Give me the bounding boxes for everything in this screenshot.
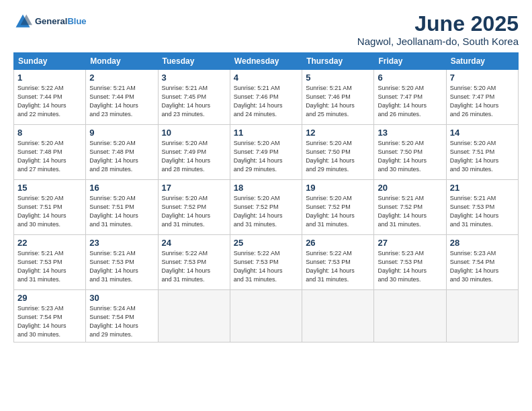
day-14: 14Sunrise: 5:20 AM Sunset: 7:51 PM Dayli…	[446, 125, 518, 180]
day-16: 16Sunrise: 5:20 AM Sunset: 7:51 PM Dayli…	[86, 180, 158, 235]
location-title: Nagwol, Jeollanam-do, South Korea	[357, 36, 519, 47]
day-2: 2Sunrise: 5:21 AM Sunset: 7:44 PM Daylig…	[86, 70, 158, 125]
day-20: 20Sunrise: 5:21 AM Sunset: 7:52 PM Dayli…	[374, 180, 446, 235]
day-8: 8Sunrise: 5:20 AM Sunset: 7:48 PM Daylig…	[14, 125, 86, 180]
calendar-week-4: 22Sunrise: 5:21 AM Sunset: 7:53 PM Dayli…	[14, 235, 519, 290]
calendar-page: GeneralBlue June 2025 Nagwol, Jeollanam-…	[0, 0, 532, 411]
day-3: 3Sunrise: 5:21 AM Sunset: 7:45 PM Daylig…	[158, 70, 230, 125]
logo: GeneralBlue	[13, 12, 87, 31]
empty-cell	[446, 290, 518, 342]
calendar-week-3: 15Sunrise: 5:20 AM Sunset: 7:51 PM Dayli…	[14, 180, 519, 235]
col-monday: Monday	[86, 53, 158, 70]
day-19: 19Sunrise: 5:20 AM Sunset: 7:52 PM Dayli…	[302, 180, 374, 235]
day-30: 30Sunrise: 5:24 AM Sunset: 7:54 PM Dayli…	[86, 290, 158, 342]
col-thursday: Thursday	[302, 53, 374, 70]
day-27: 27Sunrise: 5:23 AM Sunset: 7:53 PM Dayli…	[374, 235, 446, 290]
empty-cell	[302, 290, 374, 342]
day-11: 11Sunrise: 5:20 AM Sunset: 7:49 PM Dayli…	[230, 125, 302, 180]
day-10: 10Sunrise: 5:20 AM Sunset: 7:49 PM Dayli…	[158, 125, 230, 180]
day-15: 15Sunrise: 5:20 AM Sunset: 7:51 PM Dayli…	[14, 180, 86, 235]
day-28: 28Sunrise: 5:23 AM Sunset: 7:54 PM Dayli…	[446, 235, 518, 290]
col-tuesday: Tuesday	[158, 53, 230, 70]
day-5: 5Sunrise: 5:21 AM Sunset: 7:46 PM Daylig…	[302, 70, 374, 125]
empty-cell	[158, 290, 230, 342]
header: GeneralBlue June 2025 Nagwol, Jeollanam-…	[13, 12, 519, 47]
title-block: June 2025 Nagwol, Jeollanam-do, South Ko…	[357, 12, 519, 47]
day-25: 25Sunrise: 5:22 AM Sunset: 7:53 PM Dayli…	[230, 235, 302, 290]
col-wednesday: Wednesday	[230, 53, 302, 70]
day-24: 24Sunrise: 5:22 AM Sunset: 7:53 PM Dayli…	[158, 235, 230, 290]
logo-icon	[13, 12, 32, 31]
day-7: 7Sunrise: 5:20 AM Sunset: 7:47 PM Daylig…	[446, 70, 518, 125]
calendar-week-1: 1Sunrise: 5:22 AM Sunset: 7:44 PM Daylig…	[14, 70, 519, 125]
day-9: 9Sunrise: 5:20 AM Sunset: 7:48 PM Daylig…	[86, 125, 158, 180]
calendar-header-row: Sunday Monday Tuesday Wednesday Thursday…	[14, 53, 519, 70]
day-21: 21Sunrise: 5:21 AM Sunset: 7:53 PM Dayli…	[446, 180, 518, 235]
day-6: 6Sunrise: 5:20 AM Sunset: 7:47 PM Daylig…	[374, 70, 446, 125]
day-17: 17Sunrise: 5:20 AM Sunset: 7:52 PM Dayli…	[158, 180, 230, 235]
day-1: 1Sunrise: 5:22 AM Sunset: 7:44 PM Daylig…	[14, 70, 86, 125]
day-12: 12Sunrise: 5:20 AM Sunset: 7:50 PM Dayli…	[302, 125, 374, 180]
logo-text: GeneralBlue	[35, 16, 87, 27]
logo-line2: Blue	[67, 16, 86, 26]
calendar-week-5: 29Sunrise: 5:23 AM Sunset: 7:54 PM Dayli…	[14, 290, 519, 342]
day-26: 26Sunrise: 5:22 AM Sunset: 7:53 PM Dayli…	[302, 235, 374, 290]
day-23: 23Sunrise: 5:21 AM Sunset: 7:53 PM Dayli…	[86, 235, 158, 290]
day-29: 29Sunrise: 5:23 AM Sunset: 7:54 PM Dayli…	[14, 290, 86, 342]
col-saturday: Saturday	[446, 53, 518, 70]
empty-cell	[230, 290, 302, 342]
day-18: 18Sunrise: 5:20 AM Sunset: 7:52 PM Dayli…	[230, 180, 302, 235]
calendar-week-2: 8Sunrise: 5:20 AM Sunset: 7:48 PM Daylig…	[14, 125, 519, 180]
col-friday: Friday	[374, 53, 446, 70]
day-4: 4Sunrise: 5:21 AM Sunset: 7:46 PM Daylig…	[230, 70, 302, 125]
logo-line1: General	[35, 16, 67, 26]
empty-cell	[374, 290, 446, 342]
col-sunday: Sunday	[14, 53, 86, 70]
calendar-table: Sunday Monday Tuesday Wednesday Thursday…	[13, 52, 519, 342]
day-22: 22Sunrise: 5:21 AM Sunset: 7:53 PM Dayli…	[14, 235, 86, 290]
month-title: June 2025	[357, 12, 519, 36]
day-13: 13Sunrise: 5:20 AM Sunset: 7:50 PM Dayli…	[374, 125, 446, 180]
